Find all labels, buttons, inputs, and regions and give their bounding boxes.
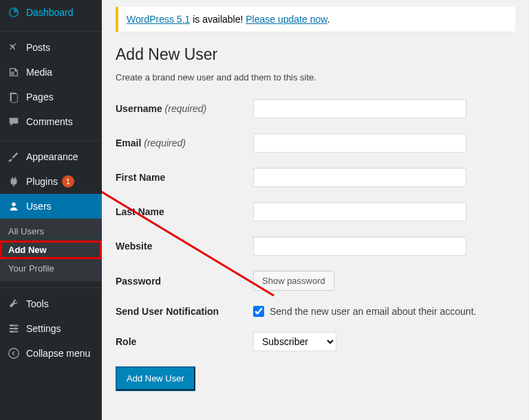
notification-label: Send User Notification xyxy=(116,306,253,317)
website-input[interactable] xyxy=(253,236,466,256)
sidebar-item-comments[interactable]: Comments xyxy=(0,109,102,134)
svg-point-6 xyxy=(9,349,19,358)
notification-text: Send the new user an email about their a… xyxy=(270,306,476,317)
sidebar-item-label: Posts xyxy=(26,42,50,53)
sidebar-separator xyxy=(0,285,102,288)
role-select[interactable]: Subscriber xyxy=(253,332,336,351)
lastname-label: Last Name xyxy=(116,206,253,217)
website-label: Website xyxy=(116,241,253,252)
notice-suffix: . xyxy=(327,14,330,25)
svg-point-5 xyxy=(11,331,14,333)
update-notice: WordPress 5.1 is available! Please updat… xyxy=(116,7,515,32)
submenu-add-new[interactable]: Add New xyxy=(0,241,102,259)
sidebar-item-media[interactable]: Media xyxy=(0,60,102,85)
sidebar-item-users[interactable]: Users xyxy=(0,194,102,219)
collapse-icon xyxy=(7,346,21,360)
users-submenu: All Users Add New Your Profile xyxy=(0,219,102,281)
sidebar-item-plugins[interactable]: Plugins 1 xyxy=(0,169,102,194)
plug-icon xyxy=(7,175,21,188)
email-label: Email (required) xyxy=(116,137,253,148)
sidebar-item-label: Users xyxy=(26,201,52,212)
svg-point-4 xyxy=(14,327,17,330)
user-icon xyxy=(7,199,21,213)
sidebar-item-pages[interactable]: Pages xyxy=(0,85,102,109)
role-label: Role xyxy=(116,336,253,347)
sidebar-item-dashboard[interactable]: Dashboard xyxy=(0,0,102,25)
sidebar-item-tools[interactable]: Tools xyxy=(0,291,102,316)
email-input[interactable] xyxy=(253,133,466,153)
submenu-all-users[interactable]: All Users xyxy=(0,222,102,241)
password-label: Password xyxy=(116,276,253,287)
sidebar-item-label: Pages xyxy=(26,91,54,102)
wordpress-version-link[interactable]: WordPress 5.1 xyxy=(127,14,190,25)
page-subtitle: Create a brand new user and add them to … xyxy=(116,72,515,82)
sidebar-item-label: Dashboard xyxy=(26,7,74,18)
show-password-button[interactable]: Show password xyxy=(253,271,334,291)
comment-icon xyxy=(7,115,21,129)
page-icon xyxy=(7,90,21,104)
media-icon xyxy=(7,65,21,79)
sidebar-item-settings[interactable]: Settings xyxy=(0,316,102,341)
sidebar-separator xyxy=(0,137,102,141)
pin-icon xyxy=(7,41,21,54)
svg-point-2 xyxy=(12,203,15,206)
sidebar-separator xyxy=(0,28,102,32)
admin-sidebar: Dashboard Posts Media Pages Comments App… xyxy=(0,0,102,420)
svg-point-3 xyxy=(11,324,14,327)
username-label: Username (required) xyxy=(116,103,253,114)
firstname-input[interactable] xyxy=(253,168,466,187)
notice-text: is available! xyxy=(190,14,246,25)
firstname-label: First Name xyxy=(116,172,253,183)
sidebar-item-posts[interactable]: Posts xyxy=(0,35,102,60)
notification-checkbox[interactable] xyxy=(253,306,264,317)
main-content: WordPress 5.1 is available! Please updat… xyxy=(102,0,529,420)
sidebar-item-label: Media xyxy=(26,67,52,78)
sidebar-item-label: Tools xyxy=(26,298,49,309)
submenu-your-profile[interactable]: Your Profile xyxy=(0,259,102,278)
sidebar-item-label: Settings xyxy=(26,323,61,334)
sliders-icon xyxy=(7,322,21,335)
page-title: Add New User xyxy=(116,45,515,64)
svg-rect-1 xyxy=(11,94,17,103)
brush-icon xyxy=(7,150,21,164)
update-badge: 1 xyxy=(62,175,74,188)
sidebar-item-collapse[interactable]: Collapse menu xyxy=(0,341,102,366)
sidebar-item-appearance[interactable]: Appearance xyxy=(0,144,102,169)
sidebar-item-label: Comments xyxy=(26,116,73,127)
sidebar-item-label: Collapse menu xyxy=(26,348,90,359)
sidebar-item-label: Plugins xyxy=(26,176,58,187)
wrench-icon xyxy=(7,297,21,311)
update-now-link[interactable]: Please update now xyxy=(246,14,327,25)
lastname-input[interactable] xyxy=(253,202,466,221)
dashboard-icon xyxy=(7,5,21,19)
username-input[interactable] xyxy=(253,99,466,118)
add-new-user-button[interactable]: Add New User xyxy=(116,366,195,390)
sidebar-item-label: Appearance xyxy=(26,151,78,162)
